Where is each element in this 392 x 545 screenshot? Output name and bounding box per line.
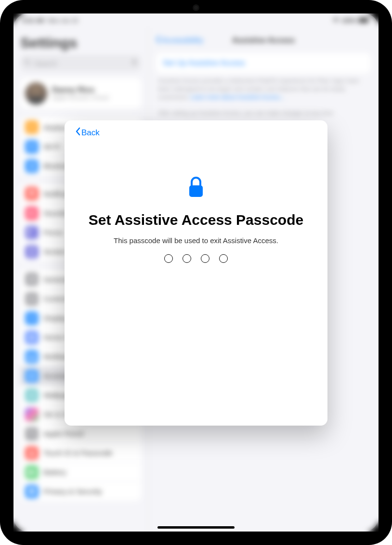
- passcode-dot: [164, 254, 173, 263]
- passcode-dots[interactable]: [164, 254, 228, 263]
- passcode-dot: [219, 254, 228, 263]
- svg-rect-25: [189, 185, 203, 197]
- passcode-dot: [183, 254, 191, 263]
- lock-icon: [186, 176, 206, 201]
- modal-back-label: Back: [81, 128, 100, 138]
- modal-title: Set Assistive Access Passcode: [89, 211, 303, 229]
- passcode-modal: Back Set Assistive Access Passcode This …: [65, 120, 327, 426]
- front-camera: [194, 6, 198, 10]
- home-indicator[interactable]: [157, 526, 235, 529]
- passcode-dot: [201, 254, 209, 263]
- modal-back-button[interactable]: Back: [75, 127, 317, 138]
- chevron-left-icon: [75, 127, 80, 138]
- modal-subtitle: This passcode will be used to exit Assis…: [114, 236, 278, 245]
- screen: 9:41 AM Mon Jun 10 100% Settings: [13, 13, 379, 532]
